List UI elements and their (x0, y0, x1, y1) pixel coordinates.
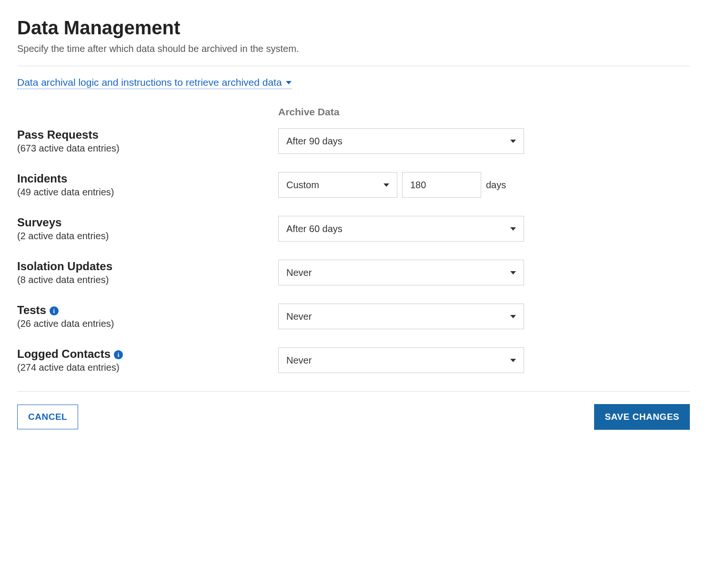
save-changes-button[interactable]: SAVE CHANGES (594, 404, 690, 430)
archival-instructions-link[interactable]: Data archival logic and instructions to … (17, 77, 292, 89)
divider (17, 66, 690, 66)
select-value: After 60 days (286, 223, 510, 234)
cancel-button[interactable]: CANCEL (17, 405, 78, 429)
row-title-logged-contacts: Logged Contacts (17, 347, 111, 361)
row-sub-isolation-updates: (8 active data entries) (17, 274, 278, 285)
row-tests: Tests i (26 active data entries) Never (17, 304, 690, 329)
select-isolation-updates[interactable]: Never (278, 260, 524, 285)
row-incidents: Incidents (49 active data entries) Custo… (17, 172, 690, 198)
caret-down-icon (384, 183, 389, 187)
caret-down-icon (286, 81, 292, 84)
row-isolation-updates: Isolation Updates (8 active data entries… (17, 260, 690, 285)
archive-data-column-header: Archive Data (278, 106, 690, 118)
footer: CANCEL SAVE CHANGES (17, 404, 690, 430)
select-value: Never (286, 355, 510, 366)
select-logged-contacts[interactable]: Never (278, 347, 524, 373)
row-surveys: Surveys (2 active data entries) After 60… (17, 216, 690, 242)
row-sub-pass-requests: (673 active data entries) (17, 143, 278, 154)
select-value: After 90 days (286, 136, 510, 147)
row-sub-logged-contacts: (274 active data entries) (17, 362, 278, 373)
caret-down-icon (510, 315, 516, 318)
caret-down-icon (510, 140, 516, 143)
row-title-isolation-updates: Isolation Updates (17, 260, 278, 273)
row-title-incidents: Incidents (17, 172, 278, 185)
row-sub-tests: (26 active data entries) (17, 318, 278, 329)
info-icon[interactable]: i (114, 350, 123, 359)
caret-down-icon (510, 271, 516, 274)
row-pass-requests: Pass Requests (673 active data entries) … (17, 128, 690, 154)
footer-divider (17, 391, 690, 392)
select-value: Never (286, 311, 510, 322)
select-value: Never (286, 267, 510, 278)
row-title-tests: Tests (17, 304, 46, 317)
archival-instructions-label: Data archival logic and instructions to … (17, 77, 282, 88)
select-surveys[interactable]: After 60 days (278, 216, 524, 242)
page-title: Data Management (17, 17, 690, 39)
row-logged-contacts: Logged Contacts i (274 active data entri… (17, 347, 690, 373)
select-pass-requests[interactable]: After 90 days (278, 128, 524, 154)
row-sub-incidents: (49 active data entries) (17, 187, 278, 198)
custom-unit-label: days (486, 180, 506, 191)
row-title-pass-requests: Pass Requests (17, 128, 278, 142)
caret-down-icon (510, 227, 516, 231)
select-value: Custom (286, 180, 384, 191)
row-title-surveys: Surveys (17, 216, 278, 229)
select-tests[interactable]: Never (278, 304, 524, 329)
info-icon[interactable]: i (50, 306, 59, 315)
select-incidents[interactable]: Custom (278, 172, 397, 198)
row-sub-surveys: (2 active data entries) (17, 231, 278, 242)
custom-days-input-incidents[interactable] (402, 172, 481, 198)
page-subtitle: Specify the time after which data should… (17, 43, 690, 54)
caret-down-icon (510, 359, 516, 362)
